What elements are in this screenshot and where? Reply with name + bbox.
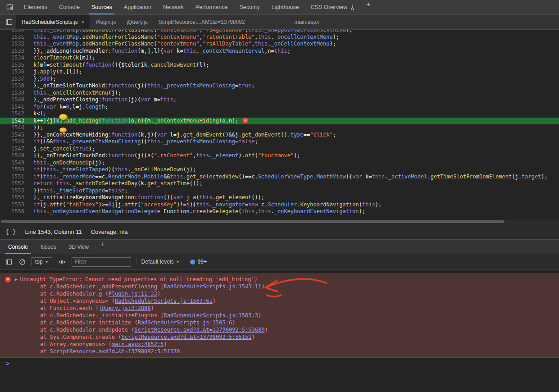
line-number[interactable]: 1540 [0, 96, 27, 104]
issues-counter[interactable]: 99+ [190, 259, 207, 265]
line-number[interactable]: 1547 [0, 146, 27, 153]
line-number[interactable]: 1536 [0, 68, 27, 76]
main-tab-lighthouse[interactable]: Lighthouse [266, 0, 305, 14]
line-number[interactable]: 1541 [0, 104, 27, 111]
source-link[interactable]: ScriptResource.axd?d…&t=13798092:5:55151 [122, 334, 252, 340]
tab-label: Console [59, 4, 80, 10]
line-number[interactable]: 1531 [0, 34, 27, 41]
file-tab-strip: RadSchedulerScripts.js×Plugin.jsjQuery.j… [16, 15, 324, 29]
tab-label: CSS Overview [311, 4, 347, 10]
line-number[interactable]: 1556 [0, 208, 27, 215]
console-sidebar-icon [5, 259, 12, 265]
source-link[interactable]: Plugin.js:11:33 [109, 291, 157, 297]
log-levels-dropdown[interactable]: Default levels ▼ [141, 259, 180, 265]
file-tab-plugin-js[interactable]: Plugin.js [90, 15, 121, 29]
drawer-tab-issues[interactable]: Issues [34, 240, 63, 254]
close-tab-icon[interactable]: × [81, 19, 85, 25]
code-lines: 1530this._eventMap.addHandlerForClassNam… [0, 30, 559, 215]
stack-frame-text: at c.RadScheduler.g ( [27, 291, 109, 297]
code-editor: 1530this._eventMap.addHandlerForClassNam… [0, 30, 559, 224]
line-number[interactable]: 1555 [0, 201, 27, 209]
clear-console-icon[interactable] [18, 259, 27, 265]
code-line-1535: 1535k[m]=setTimeout(function(){$telerik.… [0, 62, 559, 69]
code-text: },_addPreventClosing:function(j){var m=t… [27, 96, 177, 104]
scrollbar-thumb[interactable] [1, 220, 504, 223]
file-tab-radschedulerscripts-js[interactable]: RadSchedulerScripts.js× [16, 15, 90, 29]
source-link[interactable]: RadSchedulerScripts.js:1543:11 [164, 283, 261, 290]
more-tabs-icon[interactable]: + [361, 0, 376, 14]
drawer-tab-3d-view[interactable]: 3D View [63, 240, 95, 254]
line-number[interactable]: 1537 [0, 76, 27, 83]
line-number[interactable]: 1535 [0, 62, 27, 69]
console-filter-input[interactable] [72, 257, 131, 267]
line-number[interactable]: 1532 [0, 41, 27, 48]
live-expression-eye-icon[interactable] [57, 259, 67, 265]
main-tab-elements[interactable]: Elements [18, 0, 53, 14]
code-text: if(j.attr("tabIndex")>=0||j.attr("access… [27, 201, 382, 209]
inspect-element-icon[interactable] [3, 0, 18, 14]
source-link[interactable]: ScriptResource.axd?d…&t=13798092:5:53689 [134, 327, 264, 333]
source-link[interactable]: RadSchedulerScripts.js:1563:3 [164, 312, 258, 319]
console-prompt[interactable]: > [0, 358, 559, 369]
code-line-1536: 1536j.apply(n,[l]); [0, 68, 559, 76]
pretty-print-icon[interactable]: { } [5, 228, 16, 235]
line-number[interactable]: 1545 [0, 132, 27, 139]
editor-status-bar: { } Line 1543, Column 11 Coverage: n/a [0, 224, 559, 239]
file-tab-scriptresource-xm1-t-13798092[interactable]: ScriptResource....XM1&t=13798092 [153, 15, 250, 29]
line-number[interactable]: 1534 [0, 55, 27, 62]
cursor-position: Line 1543, Column 11 [25, 228, 82, 235]
source-link[interactable]: main.aspx:4852:5 [112, 341, 164, 347]
main-tab-console[interactable]: Console [53, 0, 86, 14]
file-tab-main-aspx[interactable]: main.aspx [289, 15, 325, 29]
source-link[interactable]: jQuery.js:2:2898 [99, 305, 151, 311]
main-tab-application[interactable]: Application [118, 0, 157, 14]
code-text: j.apply(n,[l]); [27, 68, 82, 76]
stack-frame-text: ) [261, 283, 264, 290]
expand-triangle-icon[interactable]: ▶ [15, 276, 17, 283]
line-number[interactable]: 1546 [0, 138, 27, 146]
stack-frame-text: ) [213, 298, 216, 304]
horizontal-scrollbar[interactable] [0, 219, 559, 224]
line-number[interactable]: 1542 [0, 110, 27, 118]
inline-error-icon[interactable]: × [242, 118, 248, 123]
line-number[interactable]: 1533 [0, 48, 27, 55]
drawer-tab-console[interactable]: Console [2, 240, 34, 254]
clear-console-icon [19, 259, 26, 265]
line-number[interactable]: 1544 [0, 124, 27, 132]
code-line-1539: 1539this._onCellContextMenu(j); [0, 90, 559, 97]
main-tab-security[interactable]: Security [233, 0, 265, 14]
line-number[interactable]: 1539 [0, 90, 27, 97]
file-tab-label: main.aspx [295, 19, 319, 25]
tab-label: Application [124, 4, 151, 10]
file-tab-jquery-js[interactable]: jQuery.js [121, 15, 153, 29]
code-text: }},_onTimeSlotTouchEnd:function(j){a(".r… [27, 152, 300, 160]
line-number[interactable]: 1550 [0, 166, 27, 173]
source-link[interactable]: RadSchedulerScripts.js:1505:6 [138, 319, 232, 326]
main-tab-sources[interactable]: Sources [86, 0, 118, 14]
line-number[interactable]: 1551 [0, 173, 27, 181]
code-line-1552: 1552return this._switchToSelectedDay(k.g… [0, 180, 559, 187]
code-text: return this._switchToSelectedDay(k.get_s… [27, 180, 203, 187]
tab-label: 3D View [69, 244, 89, 250]
source-link[interactable]: RadSchedulerScripts.js:1563:61 [115, 298, 213, 304]
main-tab-performance[interactable]: Performance [190, 0, 234, 14]
context-selector[interactable]: top ▼ [32, 257, 52, 266]
code-text: clearTimeout(k[m]); [27, 55, 95, 62]
console-output: × ▶ Uncaught TypeError: Cannot read prop… [0, 270, 559, 369]
main-tab-network[interactable]: Network [157, 0, 190, 14]
main-tab-css-overview[interactable]: CSS Overview [305, 0, 361, 14]
line-number[interactable]: 1530 [0, 30, 27, 34]
line-number[interactable]: 1549 [0, 160, 27, 167]
line-number[interactable]: 1543 [0, 118, 27, 125]
line-number[interactable]: 1538 [0, 82, 27, 90]
stack-frame-text: at Array.<anonymous> ( [27, 341, 112, 347]
stack-frame-text: at c.RadScheduler.endUpdate ( [27, 327, 134, 333]
line-number[interactable]: 1552 [0, 180, 27, 187]
line-number[interactable]: 1554 [0, 194, 27, 201]
line-number[interactable]: 1553 [0, 187, 27, 195]
console-sidebar-icon[interactable] [5, 259, 13, 265]
toggle-navigator-icon[interactable] [2, 15, 16, 29]
add-drawer-tab-icon[interactable]: + [95, 240, 110, 254]
line-number[interactable]: 1548 [0, 152, 27, 160]
source-link[interactable]: ScriptResource.axd?d…&t=13798092:5:51370 [50, 348, 180, 355]
